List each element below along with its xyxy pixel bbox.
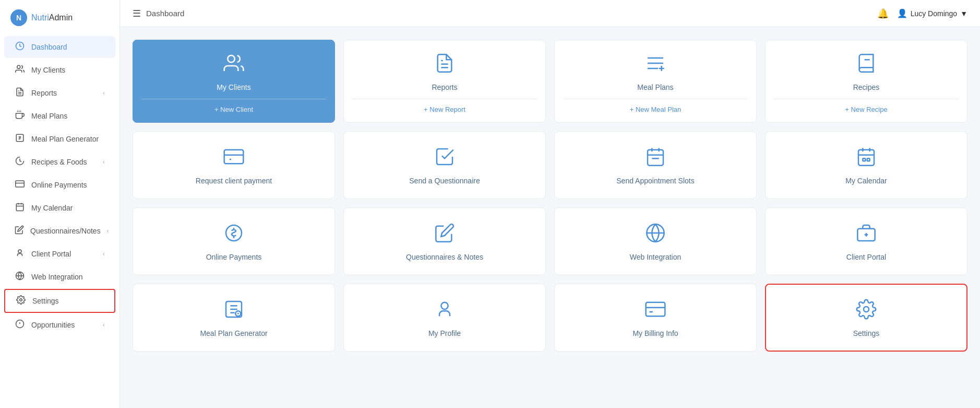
logo-admin: Admin xyxy=(49,13,73,22)
meal-plans-new-action[interactable]: + New Meal Plan xyxy=(630,106,682,113)
sidebar-label-dashboard: Dashboard xyxy=(31,43,67,51)
settings-icon xyxy=(16,295,26,307)
reports-card-label: Reports xyxy=(432,83,457,91)
sidebar-item-reports[interactable]: Reports ‹ xyxy=(4,82,115,104)
web-integration-card-icon xyxy=(645,223,666,248)
sidebar-label-my-calendar: My Calendar xyxy=(31,204,73,212)
my-clients-card-label: My Clients xyxy=(217,83,250,91)
sidebar-item-dashboard[interactable]: Dashboard xyxy=(4,36,115,58)
dashboard-grid: My Clients + New Client Reports xyxy=(133,40,967,352)
meal-plans-card-action-row: + New Meal Plan xyxy=(563,99,748,114)
send-appointment-card-label: Send Appointment Slots xyxy=(616,177,694,185)
sidebar-item-questionnaires-notes[interactable]: Questionnaires/Notes ‹ xyxy=(4,220,115,242)
meal-plan-generator-card-label: Meal Plan Generator xyxy=(200,329,267,337)
online-payments-card-icon xyxy=(223,223,244,248)
payments-icon xyxy=(15,179,25,191)
my-billing-info-card-label: My Billing Info xyxy=(632,329,678,337)
card-settings[interactable]: Settings xyxy=(765,284,967,352)
user-name: Lucy Domingo xyxy=(911,9,958,18)
sidebar-label-settings: Settings xyxy=(32,297,59,305)
sidebar-label-meal-plans: Meal Plans xyxy=(31,112,67,120)
sidebar-item-web-integration[interactable]: Web Integration xyxy=(4,266,115,288)
svg-rect-30 xyxy=(648,150,663,166)
svg-point-21 xyxy=(228,55,234,62)
svg-rect-53 xyxy=(646,302,665,317)
recipes-card-label: Recipes xyxy=(853,83,880,91)
card-online-payments[interactable]: Online Payments xyxy=(133,207,335,275)
notes-icon xyxy=(15,225,24,237)
svg-point-14 xyxy=(18,250,21,253)
card-send-appointment[interactable]: Send Appointment Slots xyxy=(554,131,757,199)
reports-icon xyxy=(15,87,25,99)
card-meal-plans[interactable]: Meal Plans + New Meal Plan xyxy=(554,40,757,123)
topbar: ☰ Dashboard 🔔 👤 Lucy Domingo ▼ xyxy=(120,0,980,27)
meal-plans-card-label: Meal Plans xyxy=(637,83,673,91)
my-clients-card-action-row: + New Client xyxy=(141,99,326,114)
card-recipes[interactable]: Recipes + New Recipe xyxy=(765,40,967,123)
svg-rect-35 xyxy=(858,150,874,166)
card-send-questionnaire[interactable]: Send a Questionnaire xyxy=(343,131,546,199)
questionnaires-notes-card-label: Questionnaires & Notes xyxy=(406,253,483,261)
card-web-integration[interactable]: Web Integration xyxy=(554,207,757,275)
sidebar-item-meal-plans[interactable]: Meal Plans xyxy=(4,105,115,127)
meal-plan-generator-card-icon xyxy=(223,299,244,324)
card-my-clients[interactable]: My Clients + New Client xyxy=(133,40,335,123)
my-calendar-card-label: My Calendar xyxy=(845,177,887,185)
generator-icon xyxy=(15,133,25,145)
sidebar-item-my-clients[interactable]: My Clients xyxy=(4,59,115,81)
calendar-icon xyxy=(15,202,25,214)
web-integration-card-label: Web Integration xyxy=(630,253,682,261)
card-request-payment[interactable]: Request client payment xyxy=(133,131,335,199)
svg-rect-8 xyxy=(16,181,25,187)
main-content: ☰ Dashboard 🔔 👤 Lucy Domingo ▼ xyxy=(120,0,980,408)
portal-icon xyxy=(15,248,25,260)
settings-card-icon xyxy=(856,299,877,324)
user-dropdown-icon: ▼ xyxy=(960,9,967,18)
card-my-profile[interactable]: My Profile xyxy=(343,284,546,352)
sidebar-label-meal-plan-generator: Meal Plan Generator xyxy=(31,135,99,143)
opportunities-icon xyxy=(15,319,25,331)
request-payment-card-label: Request client payment xyxy=(196,177,272,185)
settings-card-label: Settings xyxy=(853,329,880,337)
sidebar-label-questionnaires-notes: Questionnaires/Notes xyxy=(30,227,101,235)
svg-rect-27 xyxy=(224,150,244,164)
card-my-calendar[interactable]: My Calendar xyxy=(765,131,967,199)
sidebar-item-client-portal[interactable]: Client Portal ‹ xyxy=(4,243,115,265)
card-client-portal[interactable]: Client Portal xyxy=(765,207,967,275)
svg-point-1 xyxy=(17,65,20,68)
clients-icon xyxy=(15,64,25,76)
hamburger-icon[interactable]: ☰ xyxy=(133,8,141,19)
sidebar-item-my-calendar[interactable]: My Calendar xyxy=(4,197,115,219)
recipes-new-action[interactable]: + New Recipe xyxy=(845,106,887,113)
reports-card-action-row: + New Report xyxy=(352,99,537,114)
sidebar-item-online-payments[interactable]: Online Payments xyxy=(4,174,115,196)
user-menu[interactable]: 👤 Lucy Domingo ▼ xyxy=(897,8,967,18)
recipes-arrow-icon: ‹ xyxy=(103,158,105,166)
bell-icon[interactable]: 🔔 xyxy=(877,8,889,19)
reports-new-action[interactable]: + New Report xyxy=(424,106,465,113)
my-clients-new-action[interactable]: + New Client xyxy=(214,106,253,113)
my-calendar-card-icon xyxy=(856,146,877,171)
sidebar-label-web-integration: Web Integration xyxy=(31,273,83,281)
topbar-left: ☰ Dashboard xyxy=(133,8,184,19)
sidebar-label-my-clients: My Clients xyxy=(31,66,65,74)
svg-rect-40 xyxy=(867,158,870,161)
card-meal-plan-generator[interactable]: Meal Plan Generator xyxy=(133,284,335,352)
sidebar-item-recipes-foods[interactable]: Recipes & Foods ‹ xyxy=(4,151,115,173)
dashboard-icon xyxy=(15,41,25,53)
card-my-billing-info[interactable]: My Billing Info xyxy=(554,284,757,352)
recipes-icon xyxy=(15,156,25,168)
send-appointment-card-icon xyxy=(645,146,666,171)
svg-rect-39 xyxy=(863,158,865,161)
send-questionnaire-card-label: Send a Questionnaire xyxy=(409,177,480,185)
card-reports[interactable]: Reports + New Report xyxy=(343,40,546,123)
svg-point-52 xyxy=(441,302,448,309)
sidebar-item-meal-plan-generator[interactable]: Meal Plan Generator xyxy=(4,128,115,150)
sidebar-item-opportunities[interactable]: Opportunities ‹ xyxy=(4,314,115,336)
card-questionnaires-notes[interactable]: Questionnaires & Notes xyxy=(343,207,546,275)
sidebar-item-settings[interactable]: Settings xyxy=(4,289,115,313)
meal-plans-card-icon xyxy=(645,53,666,78)
user-avatar-icon: 👤 xyxy=(897,8,907,18)
sidebar-label-reports: Reports xyxy=(31,89,57,97)
reports-card-icon xyxy=(434,53,455,78)
